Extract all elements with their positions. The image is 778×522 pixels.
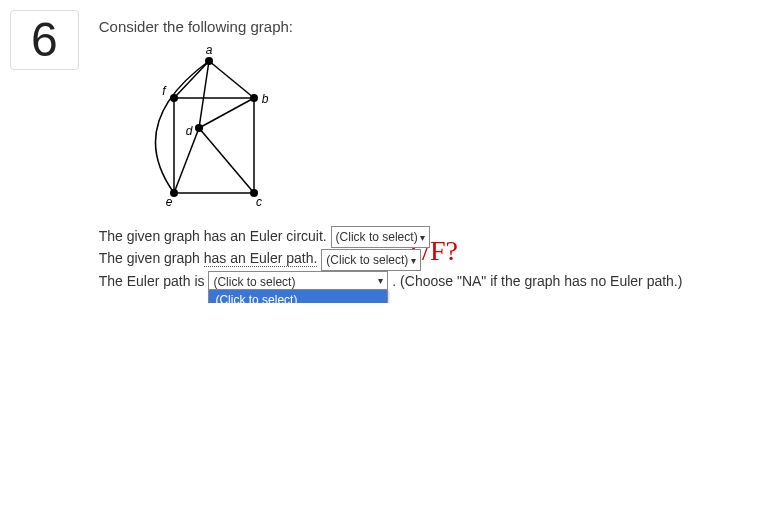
question-number: 6 <box>10 10 79 70</box>
label-f: f <box>162 84 167 98</box>
statement-path: The given graph has an Euler path. (Clic… <box>99 248 768 270</box>
graph-svg: a f b d e c <box>139 43 319 213</box>
question-content: Consider the following graph: <box>99 10 768 293</box>
eulerpath-option-0[interactable]: (Click to select) <box>209 290 387 303</box>
graph-figure: a f b d e c <box>139 43 768 216</box>
select-eulerpath-dropdown[interactable]: (Click to select) NA e, a, b, e, d, a, f… <box>208 289 388 303</box>
label-e: e <box>165 195 172 209</box>
statement-path-link: has an Euler path. <box>204 250 318 267</box>
select-path[interactable]: (Click to select) <box>321 249 421 271</box>
select-eulerpath-wrap[interactable]: (Click to select) (Click to select) NA e… <box>208 271 388 293</box>
label-b: b <box>261 92 268 106</box>
statements-block: The given graph has an Euler circuit. (C… <box>99 226 768 293</box>
vertex-f <box>170 94 178 102</box>
edge-dc <box>199 128 254 193</box>
label-c: c <box>256 195 262 209</box>
label-a: a <box>205 43 212 57</box>
vertex-d <box>195 124 203 132</box>
vertex-a <box>205 57 213 65</box>
vertex-b <box>250 94 258 102</box>
eulerpath-hint: . (Choose "NA" if the graph has no Euler… <box>392 273 682 289</box>
edge-ab <box>209 61 254 98</box>
statement-eulerpath: The Euler path is (Click to select) (Cli… <box>99 271 768 293</box>
eulerpath-label: The Euler path is <box>99 273 205 289</box>
edge-bd <box>199 98 254 128</box>
statement-path-pre: The given graph <box>99 250 204 266</box>
prompt-text: Consider the following graph: <box>99 18 768 35</box>
select-circuit[interactable]: (Click to select) <box>331 226 431 248</box>
label-d: d <box>185 124 192 138</box>
statement-circuit-text: The given graph has an Euler circuit. <box>99 228 331 244</box>
statement-circuit: The given graph has an Euler circuit. (C… <box>99 226 768 248</box>
